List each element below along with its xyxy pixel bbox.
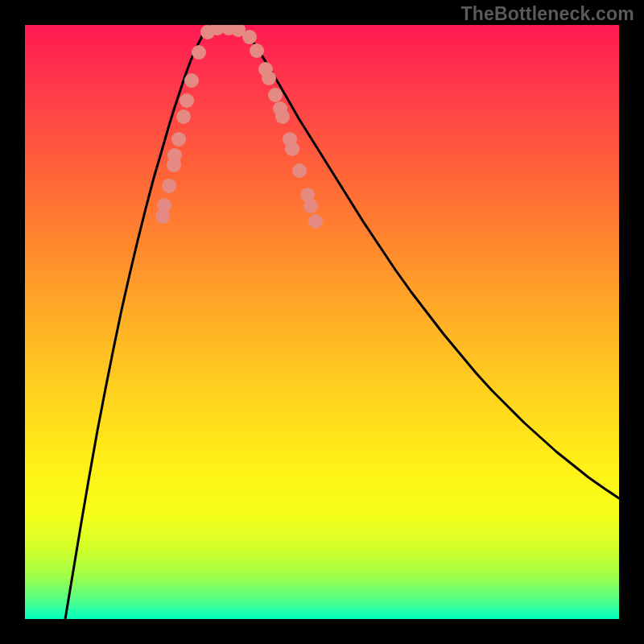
marker-point <box>184 73 199 88</box>
marker-point <box>303 199 318 213</box>
marker-group <box>155 25 323 229</box>
marker-point <box>167 148 182 163</box>
curve-curve-right <box>250 38 619 498</box>
marker-point <box>292 163 307 178</box>
marker-point <box>242 30 257 44</box>
marker-point <box>250 43 264 58</box>
watermark-text: TheBottleneck.com <box>460 3 634 25</box>
chart-area <box>25 25 619 619</box>
marker-point <box>157 198 171 213</box>
marker-point <box>171 132 186 147</box>
marker-point <box>275 109 290 124</box>
marker-point <box>162 179 176 193</box>
marker-point <box>192 45 206 60</box>
marker-point <box>262 71 276 85</box>
curve-group <box>65 28 619 619</box>
chart-svg <box>25 25 619 619</box>
marker-point <box>180 93 194 108</box>
marker-point <box>268 88 283 102</box>
marker-point <box>308 214 323 229</box>
marker-point <box>285 142 299 156</box>
marker-point <box>176 109 191 124</box>
